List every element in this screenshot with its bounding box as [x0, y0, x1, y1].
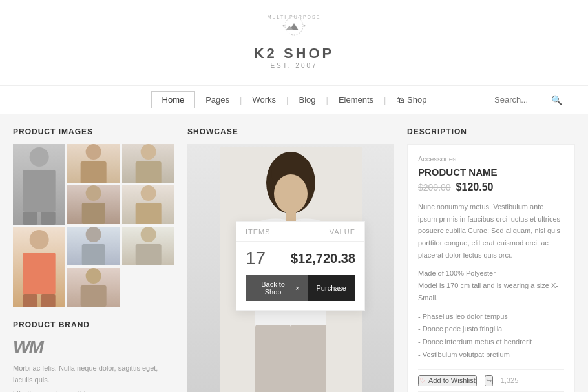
product-image-9[interactable] — [67, 268, 120, 307]
bullet-1: - Phasellus leo dolor tempus — [418, 311, 564, 324]
wishlist-count: 1,325 — [501, 377, 519, 384]
description-bullets: - Phasellus leo dolor tempus - Donec ped… — [418, 311, 564, 362]
cart-total: $12,720.38 — [291, 251, 355, 266]
product-image-2[interactable] — [67, 144, 120, 183]
cart-value-label: VALUE — [330, 228, 355, 236]
logo-icon: MULTI PURPOSE — [268, 13, 320, 45]
left-column: PRODUCT IMAGES — [13, 127, 174, 392]
cart-body: 17 $12,720.38 — [236, 242, 364, 275]
person-silhouette-3 — [122, 144, 174, 183]
share-icon: ↪ — [486, 377, 492, 385]
nav-works[interactable]: Works — [242, 92, 286, 108]
product-image-8[interactable] — [122, 227, 174, 265]
product-image-3[interactable] — [122, 144, 174, 183]
person-silhouette-2 — [67, 144, 120, 183]
product-brand-title: PRODUCT BRAND — [13, 320, 174, 329]
brand-link[interactable]: http://wwww.domain.tld — [13, 389, 174, 392]
model-info: Model is 170 cm tall and is wearing a si… — [418, 282, 558, 302]
search-icon[interactable]: 🔍 — [551, 95, 562, 105]
product-image-7[interactable] — [67, 227, 120, 265]
price-new: $120.50 — [456, 181, 494, 193]
accessories-label: Accessories — [418, 155, 564, 163]
brand-logo: WM — [13, 337, 174, 358]
heart-icon: ♡ — [419, 377, 426, 385]
cart-header: ITEMS VALUE — [236, 222, 364, 242]
svg-rect-21 — [41, 294, 56, 307]
description-made: Made of 100% Polyester Model is 170 cm t… — [418, 267, 564, 304]
svg-point-5 — [304, 25, 306, 27]
product-image-4[interactable] — [67, 185, 120, 224]
nav-blog[interactable]: Blog — [288, 92, 326, 108]
wishlist-row: ♡ Add to Wishlist ↪ 1,325 — [418, 369, 564, 391]
shop-cart-icon: 🛍 — [396, 95, 404, 105]
description-body: Nunc nonummy metus. Vestibulum ante ipsu… — [418, 201, 564, 261]
person-silhouette-1 — [13, 144, 65, 225]
brand-description: Morbi ac felis. Nulla neque dolor, sagit… — [13, 363, 174, 386]
cart-dropdown: ITEMS VALUE 17 $12,720.38 Back to Shop ×… — [236, 221, 365, 311]
product-name: PRODUCT NAME — [418, 167, 564, 178]
svg-rect-9 — [41, 212, 56, 225]
cart-actions: Back to Shop × Purchase — [236, 275, 364, 310]
svg-rect-20 — [23, 294, 37, 307]
purchase-button[interactable]: Purchase — [308, 275, 355, 301]
svg-point-26 — [86, 268, 101, 284]
bullet-4: - Vestibulum volutpat pretium — [418, 349, 564, 362]
wishlist-button[interactable]: ♡ Add to Wishlist — [418, 375, 477, 386]
description-card: Accessories PRODUCT NAME $200.00 $120.50… — [407, 144, 575, 392]
price-old: $200.00 — [418, 182, 451, 192]
svg-rect-11 — [81, 161, 107, 183]
product-images-grid — [13, 144, 174, 307]
back-to-shop-button[interactable]: Back to Shop × — [246, 275, 308, 301]
search-area: 🔍 — [494, 95, 562, 105]
svg-rect-15 — [82, 203, 105, 224]
svg-rect-8 — [23, 212, 37, 225]
cart-items-label: ITEMS — [246, 228, 271, 236]
share-button[interactable]: ↪ — [485, 375, 493, 386]
svg-point-31 — [274, 174, 308, 213]
svg-point-12 — [140, 144, 156, 160]
person-silhouette-4 — [67, 185, 120, 224]
nav-home[interactable]: Home — [151, 91, 196, 108]
back-arrow-icon: × — [295, 284, 299, 292]
svg-text:MULTI PURPOSE: MULTI PURPOSE — [268, 15, 320, 19]
svg-point-10 — [86, 144, 101, 160]
svg-point-22 — [86, 227, 101, 242]
brand-tagline: EST. 2007 — [270, 62, 317, 69]
svg-point-4 — [283, 25, 285, 27]
svg-rect-6 — [30, 147, 49, 167]
svg-rect-23 — [82, 244, 105, 265]
made-of: Made of 100% Polyester — [418, 269, 496, 277]
nav-pages[interactable]: Pages — [195, 92, 240, 108]
nav-shop[interactable]: 🛍 Shop — [386, 92, 437, 108]
description-title: DESCRIPTION — [407, 127, 575, 136]
svg-rect-32 — [286, 209, 296, 222]
product-images-section: PRODUCT IMAGES — [13, 127, 174, 307]
svg-rect-27 — [81, 285, 107, 307]
svg-rect-18 — [30, 230, 49, 249]
svg-rect-7 — [23, 170, 56, 212]
logo-area: MULTI PURPOSE K2 SHOP EST. 2007 — [0, 13, 588, 72]
product-images-title: PRODUCT IMAGES — [13, 127, 174, 136]
product-image-1[interactable] — [13, 144, 65, 225]
cart-count: 17 — [246, 248, 266, 269]
navigation: Home Pages | Works | Blog | Elements | 🛍… — [0, 86, 588, 114]
product-brand-section: PRODUCT BRAND WM Morbi ac felis. Nulla n… — [13, 320, 174, 392]
svg-rect-25 — [135, 244, 161, 265]
person-silhouette-9 — [67, 268, 120, 307]
nav-elements[interactable]: Elements — [328, 92, 384, 108]
right-column: DESCRIPTION Accessories PRODUCT NAME $20… — [407, 127, 575, 392]
header: MULTI PURPOSE K2 SHOP EST. 2007 — [0, 0, 588, 86]
logo-divider — [284, 72, 304, 72]
search-input[interactable] — [494, 95, 546, 105]
person-silhouette-5 — [122, 185, 174, 224]
product-image-5[interactable] — [122, 185, 174, 224]
product-image-6[interactable] — [13, 227, 65, 307]
svg-rect-13 — [135, 161, 161, 183]
svg-rect-34 — [291, 325, 326, 392]
person-silhouette-7 — [67, 227, 120, 265]
svg-point-14 — [86, 185, 101, 201]
svg-point-24 — [140, 227, 156, 242]
svg-rect-17 — [135, 203, 161, 224]
svg-rect-33 — [255, 325, 291, 392]
bullet-2: - Donec pede justo fringilla — [418, 323, 564, 336]
